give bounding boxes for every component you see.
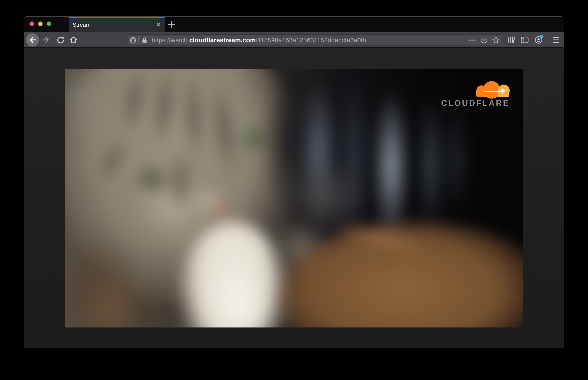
video-blur-shape (213, 203, 226, 214)
window-close-button[interactable] (29, 21, 35, 26)
page-actions-button[interactable] (467, 36, 477, 45)
hamburger-menu-icon (553, 39, 559, 40)
url-bar[interactable]: https://watch.cloudflarestream.com/11859… (126, 34, 502, 45)
plus-icon (171, 21, 172, 28)
hamburger-menu-icon (553, 42, 559, 43)
forward-button[interactable] (41, 35, 51, 45)
library-icon (507, 36, 516, 44)
trademark-mark: ’ (510, 99, 511, 102)
home-button[interactable] (69, 35, 79, 45)
refresh-button[interactable] (55, 35, 66, 45)
back-button[interactable] (26, 33, 39, 47)
account-button[interactable] (534, 35, 544, 45)
bookmark-star-button[interactable] (491, 36, 501, 45)
back-icon (28, 36, 36, 44)
forward-icon (42, 36, 50, 44)
cloudflare-logo-text: CLOUDFLARE (441, 99, 510, 108)
cloudflare-cloud-icon (476, 81, 509, 97)
hamburger-menu-icon (553, 37, 559, 38)
desktop: Stream × (0, 0, 588, 380)
menu-button[interactable] (551, 35, 561, 45)
cloudflare-wordmark: CLOUDFLARE’ (440, 99, 512, 108)
page-actions-icon (471, 39, 473, 41)
window-minimize-button[interactable] (38, 21, 43, 26)
page-actions-icon (469, 39, 470, 41)
tab-bar: Stream × (24, 17, 564, 32)
url-path: /118598a163a125631152ddaccfe3a0fb (256, 37, 366, 43)
page-content: CLOUDFLARE’ (24, 48, 564, 348)
navigation-toolbar: https://watch.cloudflarestream.com/11859… (24, 32, 564, 48)
bookmark-star-icon (492, 36, 500, 44)
account-notification-dot (540, 35, 543, 38)
video-player[interactable]: CLOUDFLARE’ (65, 69, 523, 327)
browser-window: Stream × (24, 17, 564, 348)
page-actions-icon (474, 39, 475, 41)
urlbar-divider (138, 37, 139, 44)
library-button[interactable] (506, 35, 517, 45)
url-prefix: https://watch. (152, 37, 189, 43)
sidebar-button[interactable] (519, 35, 530, 45)
pocket-icon (480, 36, 488, 44)
home-icon (69, 36, 78, 44)
lock-icon[interactable] (141, 37, 148, 43)
tab-close-icon[interactable]: × (154, 20, 163, 29)
pocket-save-button[interactable] (479, 36, 489, 45)
tab-title: Stream (73, 17, 91, 32)
refresh-icon (56, 36, 64, 44)
window-zoom-button[interactable] (47, 21, 52, 26)
new-tab-button[interactable] (167, 20, 177, 29)
toolbar-divider (547, 34, 547, 46)
url-domain: cloudflarestream.com (189, 37, 256, 43)
url-text[interactable]: https://watch.cloudflarestream.com/11859… (152, 35, 366, 45)
tracking-protection-shield-icon[interactable] (129, 37, 137, 44)
tab-stream[interactable]: Stream × (69, 17, 165, 32)
sidebar-icon (520, 36, 529, 44)
